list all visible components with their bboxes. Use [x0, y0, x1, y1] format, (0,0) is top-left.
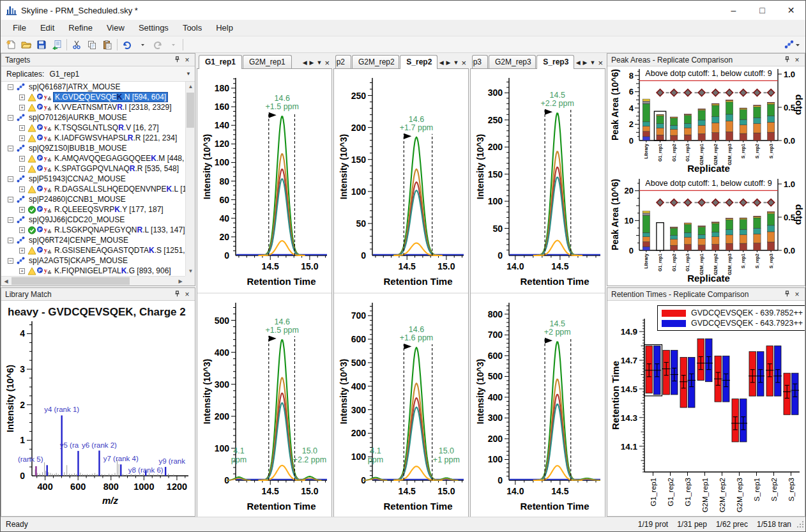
replicates-select[interactable]: G1_rep1 — [49, 70, 186, 79]
expand-icon[interactable]: + — [19, 125, 25, 131]
tree-protein-row[interactable]: −sp|A2AGT5|CKAP5_MOUSE — [1, 255, 185, 266]
expand-icon[interactable]: + — [19, 135, 25, 141]
expand-icon[interactable]: + — [19, 207, 25, 213]
resize-grip-icon[interactable] — [796, 521, 804, 528]
tree-protein-row[interactable]: −sp|Q6RT24|CENPE_MOUSE — [1, 235, 185, 245]
collapse-icon[interactable]: − — [8, 258, 13, 264]
menu-settings[interactable]: Settings — [132, 20, 176, 35]
expand-icon[interactable]: + — [19, 166, 25, 172]
expand-icon[interactable]: + — [19, 248, 25, 254]
expand-icon[interactable]: + — [19, 105, 25, 110]
close-icon[interactable]: × — [792, 55, 802, 65]
tab-menu-icon[interactable]: ▼ — [589, 59, 595, 66]
collapse-icon[interactable]: − — [8, 176, 13, 182]
menu-tools[interactable]: Tools — [176, 20, 209, 35]
expand-icon[interactable]: + — [19, 95, 25, 100]
tab-scroll-left-icon[interactable]: ◀ — [439, 59, 444, 66]
menu-view[interactable]: View — [100, 20, 132, 35]
tab-g1_rep1[interactable]: G1_rep1 — [199, 55, 242, 69]
tree-protein-row[interactable]: −sp|P51943|CCNA2_MOUSE — [1, 174, 185, 184]
tree-protein-row[interactable]: −sp|O70126|AURKB_MOUSE — [1, 112, 185, 123]
tab-close-icon[interactable]: × — [324, 60, 330, 66]
tree-protein-row[interactable]: −sp|P24860|CCNB1_MOUSE — [1, 194, 185, 204]
tree-peptide-row[interactable]: +PyR.GSISENEAQGASTQDTAK.S [1251, 1268] — [1, 245, 185, 255]
close-icon[interactable]: × — [182, 289, 192, 300]
close-icon[interactable]: × — [182, 55, 192, 65]
tab-menu-icon[interactable]: ▼ — [453, 59, 459, 66]
tab-scroll-right-icon[interactable]: ▶ — [446, 59, 451, 66]
scroll-left-icon[interactable]: ◀ — [1, 277, 11, 285]
expand-icon[interactable]: + — [19, 227, 25, 233]
horizontal-scrollbar[interactable]: ◀ ▶ — [1, 276, 185, 285]
tree-protein-row[interactable]: −sp|Q9Z1S0|BUB1B_MOUSE — [1, 143, 185, 153]
expand-icon[interactable]: + — [19, 268, 25, 274]
tree-peptide-row[interactable]: +PyK.VVEATNSMTAVR.I [2318, 2329] — [1, 102, 185, 112]
tree-peptide-row[interactable]: +PyK.AMQAVQQEGAGGQQEEK.M [448, 464] — [1, 153, 185, 163]
expand-icon[interactable]: + — [19, 156, 25, 162]
collapse-icon[interactable]: − — [8, 217, 13, 223]
tree-item-label[interactable]: K.AMQAVQQEGAGGQQEEK.M [448, 464] — [53, 154, 185, 163]
redo-dropdown-icon[interactable] — [165, 38, 181, 52]
tree-item-label[interactable]: sp|O70126|AURKB_MOUSE — [27, 113, 128, 122]
save-icon[interactable] — [34, 38, 49, 52]
redo-icon[interactable] — [150, 38, 165, 52]
tree-item-label[interactable]: sp|Q9Z1S0|BUB1B_MOUSE — [27, 144, 128, 153]
pin-icon[interactable] — [782, 55, 792, 65]
import-results-icon[interactable] — [49, 38, 65, 52]
tree-item-label[interactable]: sp|P51943|CCNA2_MOUSE — [27, 174, 127, 183]
tree-item-label[interactable]: K.GVDCQEVSQEK.N [594, 604] — [53, 92, 168, 102]
tab-g2m_rep2[interactable]: G2M_rep2 — [352, 55, 399, 68]
close-icon[interactable]: × — [792, 289, 802, 300]
tree-peptide-row[interactable]: +PyR.QLEEEQSVRPK.Y [177, 187] — [1, 204, 185, 215]
tree-item-label[interactable]: sp|Q61687|ATRX_MOUSE — [27, 82, 121, 91]
tree-item-label[interactable]: R.LSGKPQNAPEGYQNR.L [133, 147] — [53, 225, 185, 234]
pin-icon[interactable] — [172, 289, 182, 300]
collapse-icon[interactable]: − — [8, 197, 13, 202]
scroll-thumb[interactable] — [186, 93, 194, 128]
scroll-up-icon[interactable]: ▲ — [186, 82, 195, 91]
tree-item-label[interactable]: sp|Q9JJ66|CDC20_MOUSE — [27, 215, 126, 224]
tree-item-label[interactable]: R.DAGSALLSLHQEDQENVNPEK.L [11, 31] — [53, 185, 185, 194]
tree-peptide-row[interactable]: +PyK.IADFGWSVHAPSLR.R [221, 234] — [1, 133, 185, 143]
tree-peptide-row[interactable]: +PyK.TSQSGLNTLSQR.V [16, 27] — [1, 123, 185, 133]
tab-close-icon[interactable]: × — [598, 60, 603, 66]
undo-dropdown-icon[interactable] — [135, 38, 150, 52]
menu-help[interactable]: Help — [209, 20, 240, 35]
vertical-scrollbar[interactable]: ▲ ▼ — [185, 82, 195, 276]
expand-icon[interactable]: + — [19, 186, 25, 192]
tree-item-label[interactable]: K.VVEATNSMTAVR.I [2318, 2329] — [53, 103, 173, 112]
menu-file[interactable]: File — [6, 20, 33, 35]
ui-mode-button[interactable] — [784, 40, 800, 50]
tab-s_rep3[interactable]: S_rep3 — [536, 55, 574, 69]
tree-peptide-row[interactable]: +PyR.DAGSALLSLHQEDQENVNPEK.L [11, 31] — [1, 184, 185, 194]
chevron-down-icon[interactable]: ▼ — [186, 71, 192, 77]
pin-icon[interactable] — [782, 289, 792, 300]
tree-protein-row[interactable]: −sp|Q9JJ66|CDC20_MOUSE — [1, 215, 185, 225]
collapse-icon[interactable]: − — [8, 146, 13, 151]
tab-s_rep2[interactable]: S_rep2 — [400, 55, 437, 69]
new-document-icon[interactable] — [3, 38, 19, 52]
paste-icon[interactable] — [100, 38, 115, 52]
tree-item-label[interactable]: K.FIQPNIGELPTALK.G [893, 906] — [53, 266, 172, 275]
tree-peptide-row[interactable]: +PyR.LSGKPQNAPEGYQNR.L [133, 147] — [1, 225, 185, 235]
tree-peptide-row[interactable]: +PyK.FIQPNIGELPTALK.G [893, 906] — [1, 266, 185, 276]
tab-menu-icon[interactable]: ▼ — [316, 59, 322, 66]
tab-scroll-left-icon[interactable]: ◀ — [576, 59, 581, 66]
scroll-right-icon[interactable]: ▶ — [176, 277, 185, 285]
scroll-thumb[interactable] — [11, 277, 130, 285]
tree-item-label[interactable]: sp|A2AGT5|CKAP5_MOUSE — [27, 256, 129, 265]
tree-item-label[interactable]: R.QLEEEQSVRPK.Y [177, 187] — [53, 205, 165, 214]
menu-refine[interactable]: Refine — [61, 20, 100, 35]
tab-g2m_rep3[interactable]: G2M_rep3 — [489, 55, 536, 68]
tree-item-label[interactable]: K.IADFGWSVHAPSLR.R [221, 234] — [53, 133, 178, 142]
tree-item-label[interactable]: sp|P24860|CCNB1_MOUSE — [27, 195, 127, 204]
tree-item-label[interactable]: R.GSISENEAQGASTQDTAK.S [1251, 1268] — [53, 246, 185, 255]
tree-peptide-row[interactable]: +PyK.GVDCQEVSQEK.N [594, 604] — [1, 92, 185, 102]
scroll-down-icon[interactable]: ▼ — [186, 266, 195, 276]
tab-scroll-left-icon[interactable]: ◀ — [303, 59, 307, 66]
tab-g1_rep2[interactable]: G1_rep2 — [335, 55, 351, 68]
close-button[interactable]: ✕ — [777, 1, 805, 20]
pin-icon[interactable] — [172, 55, 182, 65]
tree-peptide-row[interactable]: +PyK.SPATGGPQVLNAQR.R [535, 548] — [1, 163, 185, 174]
tab-close-icon[interactable]: × — [461, 60, 466, 66]
